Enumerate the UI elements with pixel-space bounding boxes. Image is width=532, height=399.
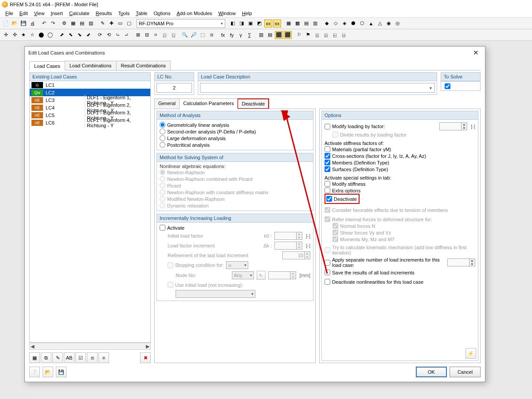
tb-misc-icon[interactable]: ⬉ [66,31,74,39]
tb-misc-icon[interactable]: ▥ [257,31,265,39]
open-folder-button[interactable]: 📂 [43,367,53,377]
tb-misc-icon[interactable]: ⬛ [275,31,283,39]
tb-misc-icon[interactable]: ◇ [332,20,340,27]
subtab-general[interactable]: General [154,98,180,109]
special-deactivate[interactable]: Deactivate [326,196,357,202]
tb-misc-icon[interactable]: ⍇ [331,31,339,39]
tb-misc-icon[interactable]: ⧈ [207,31,215,39]
tb-misc-icon[interactable]: ⬛ [284,31,292,39]
tb-misc-icon[interactable]: ▭ [116,20,124,27]
tb-misc-icon[interactable]: ⬢ [349,20,357,27]
help-button[interactable]: ❔ [29,367,40,377]
menu-help[interactable]: Help [239,10,255,17]
lc-edit-button[interactable]: ✎ [52,352,63,363]
tb-misc-icon[interactable]: ◩ [255,20,263,27]
tb-misc-icon[interactable]: △ [376,20,384,27]
lc-check-button[interactable]: ☑ [75,352,86,363]
tb-misc-icon[interactable]: ▥ [311,20,319,27]
lc-copy-button[interactable]: ⧉ [41,352,51,363]
tb-misc-icon[interactable]: ⬡ [358,20,366,27]
lc-delete-button[interactable]: ✖ [140,352,151,363]
list-hscroll[interactable]: ◀▶ [29,343,151,350]
tab-result-combinations[interactable]: Result Combinations [116,61,171,70]
stiff-surfaces[interactable]: Surfaces (Definition Type) [325,166,475,172]
tb-misc-icon[interactable]: 🔎 [190,31,198,39]
separate-incr[interactable]: Apply separate number of load increments… [325,257,442,268]
tab-load-combinations[interactable]: Load Combinations [65,61,117,70]
menu-tools[interactable]: Tools [115,10,132,17]
menu-view[interactable]: View [31,10,47,17]
tb-misc-icon[interactable]: ⟳ [96,31,104,39]
tb-misc-icon[interactable]: ◧ [229,20,237,27]
tb-misc-icon[interactable]: ◈ [340,20,348,27]
tb-misc-icon[interactable]: ⤿ [113,31,121,39]
tb-new-icon[interactable]: 📄 [2,20,10,27]
tb-undo-icon[interactable]: ↶ [40,20,48,27]
tb-misc-icon[interactable]: ✎ [98,20,106,27]
tb-open-icon[interactable]: 📂 [11,20,19,27]
tb-misc-icon[interactable]: ⌗ [152,31,160,39]
menu-calculate[interactable]: Calculate [66,10,92,17]
tb-misc-icon[interactable]: ⟲ [105,31,113,39]
tb-misc-icon[interactable]: ✚ [107,20,115,27]
lc-ab-button[interactable]: AB [64,352,74,363]
tb-misc-icon[interactable]: ◨ [238,20,246,27]
tb-misc-icon[interactable]: ⊟ [143,31,151,39]
menu-window[interactable]: Window [216,10,239,17]
menu-addon[interactable]: Add-on Modules [174,10,215,17]
menu-results[interactable]: Results [93,10,115,17]
tb-misc-icon[interactable]: ▦ [69,20,77,27]
tb-misc-icon[interactable]: ◎ [394,20,402,27]
tb-misc-icon[interactable]: ⬋ [84,31,92,39]
subtab-deactivate[interactable]: Deactivate [237,98,269,109]
tb-misc-icon[interactable]: ▦ [285,20,293,27]
tb-misc-icon[interactable]: ◯ [46,31,54,39]
tb-misc-icon[interactable]: ✢ [2,31,10,39]
tb-misc-icon[interactable]: ▤ [266,31,274,39]
tb-misc-icon[interactable]: ⍄ [322,31,330,39]
incr-activate[interactable]: Activate [160,224,310,231]
tb-misc-icon[interactable]: ☆ [28,31,36,39]
tb-misc-icon[interactable]: ∑ [246,31,254,39]
tb-misc-icon[interactable]: ⚙ [60,20,68,27]
tb-misc-icon[interactable]: xx [273,20,281,27]
tb-misc-icon[interactable]: ▤ [78,20,86,27]
save-results[interactable]: Save the results of all load increments [325,269,475,276]
tb-misc-icon[interactable]: ⍂ [169,31,177,39]
tb-misc-icon[interactable]: ▢ [125,20,133,27]
tb-misc-icon[interactable]: γ [237,31,245,39]
opt-large-def[interactable]: Large deformation analysis [160,135,310,141]
tb-save-icon[interactable]: 💾 [20,20,27,27]
tab-load-cases[interactable]: Load Cases [29,61,65,70]
tb-misc-icon[interactable]: ⍃ [313,31,321,39]
tb-misc-icon[interactable]: ⚑ [304,31,312,39]
cancel-button[interactable]: Cancel [450,367,481,377]
close-icon[interactable]: ✕ [470,49,481,57]
menu-options[interactable]: Options [151,10,173,17]
opt-pdelta[interactable]: Second-order analysis (P-Delta / P-delta… [160,128,310,135]
addon-combo[interactable]: RF-DYNAM Pro [137,19,225,28]
tb-misc-icon[interactable]: ▲ [367,20,375,27]
tb-misc-icon[interactable]: ◆ [323,20,331,27]
tb-misc-icon[interactable]: ⚐ [295,31,303,39]
tb-misc-icon[interactable]: ◉ [385,20,393,27]
subtab-calc-params[interactable]: Calculation Parameters [179,98,238,109]
save-button[interactable]: 💾 [56,367,66,377]
modify-loading[interactable]: Modify loading by factor: [325,123,385,130]
lc-new-button[interactable]: ▦ [29,352,40,363]
tb-misc-icon[interactable]: ⍁ [160,31,168,39]
lc-sort-button[interactable]: ≡ [98,352,109,363]
tb-misc-icon[interactable]: ⤾ [122,31,130,39]
lc-select-button[interactable]: ⧈ [87,352,98,363]
tb-misc-icon[interactable]: ✣ [11,31,19,39]
tb-misc-icon[interactable]: ⬊ [75,31,83,39]
tb-misc-icon[interactable]: ⬤ [37,31,45,39]
lc-desc-combo[interactable] [200,83,435,93]
to-solve-checkbox[interactable] [445,83,450,89]
tb-misc-icon[interactable]: ★ [20,31,27,39]
tb-misc-icon[interactable]: xx [264,20,272,27]
tb-print-icon[interactable]: 🖨 [28,20,36,27]
ok-button[interactable]: OK [416,367,447,377]
tb-misc-icon[interactable]: ▤ [302,20,310,27]
menu-table[interactable]: Table [133,10,150,17]
